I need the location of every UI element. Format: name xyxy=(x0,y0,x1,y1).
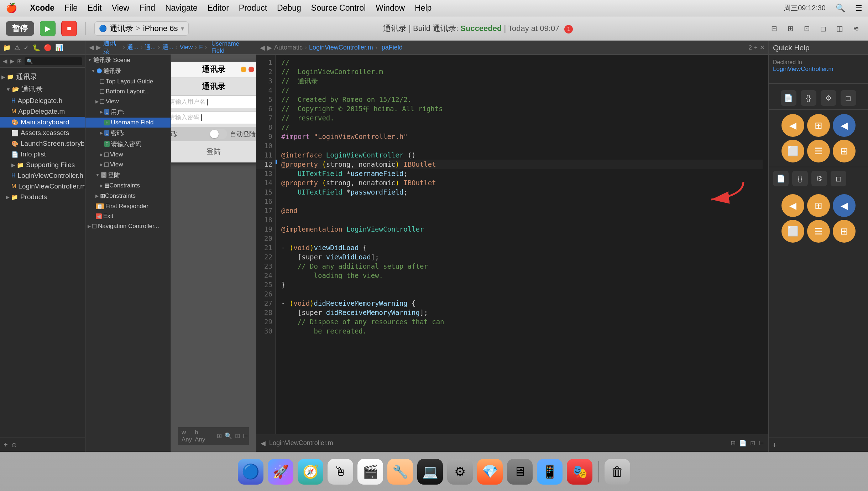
dock-app2[interactable]: 📱 xyxy=(537,459,563,485)
size-any1[interactable]: w Any xyxy=(182,429,192,443)
stop-button[interactable]: ■ xyxy=(61,21,77,36)
dock-safari[interactable]: 🧭 xyxy=(298,459,323,485)
notification-icon[interactable]: ☰ xyxy=(855,4,862,13)
breadcrumb-view[interactable]: View xyxy=(180,44,193,51)
editor-assistant[interactable]: ◫ xyxy=(833,22,846,35)
navigator-search-input[interactable]: 🔍 xyxy=(25,57,82,65)
dock-quicktime[interactable]: 🎬 xyxy=(357,459,383,485)
editor-version[interactable]: ≋ xyxy=(849,22,862,35)
code-add-editor-btn[interactable]: + xyxy=(754,44,758,51)
tree-item-main-storyboard[interactable]: 🎨 Main.storyboard xyxy=(0,117,85,128)
fit-icon[interactable]: ⊡ xyxy=(235,432,240,440)
dock-sysprefs[interactable]: ⚙ xyxy=(447,459,473,485)
code-text[interactable]: // // LoginViewController.m // 通讯录 // //… xyxy=(276,55,768,434)
ios-password-input[interactable]: 请输入密码 | xyxy=(171,111,256,124)
storyboard-back-btn[interactable]: ◀ xyxy=(89,43,94,51)
tree-item-appdelegate-m[interactable]: M AppDelegate.m xyxy=(0,106,85,117)
obj-item-3[interactable]: ◀ xyxy=(833,114,856,137)
tree-item-launch-storyboard[interactable]: 🎨 LaunchScreen.storyboard xyxy=(0,138,85,149)
dock-sketch[interactable]: 💎 xyxy=(477,459,503,485)
menu-edit[interactable]: Edit xyxy=(88,3,102,13)
obj-item-b4[interactable]: ⬜ xyxy=(781,220,804,243)
canvas-icon[interactable]: ⊞ xyxy=(731,439,736,447)
outline-user-label[interactable]: ▶ L 用户: xyxy=(85,107,171,118)
obj-item-b3[interactable]: ◀ xyxy=(833,194,856,217)
breadcrumb-username-field[interactable]: Username Field xyxy=(209,41,252,55)
menu-view[interactable]: View xyxy=(112,3,129,13)
obj-lib-2[interactable]: {} xyxy=(792,171,808,186)
size-adjust2-icon[interactable]: ⊢ xyxy=(759,439,764,447)
size-any2[interactable]: h Any xyxy=(195,429,205,443)
outline-top-layout[interactable]: ▶ Top Layout Guide xyxy=(85,77,171,87)
forward-icon[interactable]: ▶ xyxy=(10,58,14,64)
code-breadcrumb-file[interactable]: LoginViewController.m xyxy=(309,44,373,51)
breadcrumb-main[interactable]: 通... xyxy=(162,43,173,51)
apple-menu[interactable]: 🍎 xyxy=(6,2,17,14)
outline-password-field[interactable]: ▶ F 请输入密码 xyxy=(85,139,171,150)
outline-constraints2[interactable]: ▶ ⊞ Constraints xyxy=(85,191,171,201)
ios-username-input[interactable]: 请输入用户名 | xyxy=(171,95,256,108)
inspector-add-btn[interactable]: + xyxy=(772,440,777,450)
menu-window[interactable]: Window xyxy=(376,3,405,13)
zoom-icon[interactable]: 🔍 xyxy=(225,432,232,440)
attributes-inspector-btn[interactable]: ◻ xyxy=(841,90,856,106)
menu-editor[interactable]: Editor xyxy=(208,3,229,13)
obj-lib-1[interactable]: 📄 xyxy=(773,171,789,186)
dock-app3[interactable]: 🎭 xyxy=(567,459,592,485)
tree-item-infoplist[interactable]: 📄 Info.plist xyxy=(0,149,85,160)
obj-lib-4[interactable]: ◻ xyxy=(831,171,846,186)
obj-item-4[interactable]: ⬜ xyxy=(781,140,804,162)
menu-debug[interactable]: Debug xyxy=(277,3,301,13)
outline-denglu[interactable]: ▼ B 登陆 xyxy=(85,170,171,181)
scheme-selector[interactable]: 🔵 通讯录 > iPhone 6s ▾ xyxy=(94,21,189,36)
quick-help-btn[interactable]: {} xyxy=(801,90,816,106)
dock-finder[interactable]: 🔵 xyxy=(238,459,263,485)
outline-username-field[interactable]: ▶ F Username Field xyxy=(85,118,171,128)
outline-constraints1[interactable]: ▶ ⊞ Constraints xyxy=(85,181,171,191)
ios-toggle[interactable] xyxy=(209,129,227,139)
declared-in-value[interactable]: LoginViewController.m xyxy=(773,66,864,73)
dock-mouse[interactable]: 🖱 xyxy=(328,459,353,485)
menu-navigate[interactable]: Navigate xyxy=(165,3,198,13)
tree-item-group[interactable]: ▼ 📂 通讯录 xyxy=(0,83,85,95)
tree-item-appdelegate-h[interactable]: H AppDelegate.h xyxy=(0,95,85,106)
nav-icon-breakpoint[interactable]: 🔴 xyxy=(44,44,52,52)
menu-find[interactable]: Find xyxy=(139,3,155,13)
outline-view[interactable]: ▶ View xyxy=(85,97,171,107)
dock-tools[interactable]: 🔧 xyxy=(387,459,413,485)
spotlight-icon[interactable]: 🔍 xyxy=(836,4,845,13)
outline-exit[interactable]: ▶ ◀ Exit xyxy=(85,211,171,221)
file-inspector-btn[interactable]: 📄 xyxy=(781,90,796,106)
back-icon[interactable]: ◀ xyxy=(3,58,7,64)
menu-file[interactable]: File xyxy=(64,3,78,13)
debug-toggle[interactable]: ⊞ xyxy=(784,22,797,35)
tree-item-root[interactable]: ▶ 📁 通讯录 xyxy=(0,71,85,83)
code-close-editor-btn[interactable]: ✕ xyxy=(760,44,765,51)
outline-password-label[interactable]: ▶ L 密码: xyxy=(85,128,171,139)
outline-scene[interactable]: ▼ 通讯录 Scene xyxy=(85,55,171,66)
doc-icon[interactable]: 📄 xyxy=(739,439,747,447)
pause-button[interactable]: 暂停 xyxy=(6,21,34,36)
filter-button[interactable]: ⊙ xyxy=(11,441,17,449)
nav-icon-debug[interactable]: 🐛 xyxy=(32,44,40,52)
code-forward-btn[interactable]: ▶ xyxy=(267,44,272,52)
sort-icon[interactable]: ⊞ xyxy=(17,58,22,64)
code-breadcrumb-auto[interactable]: Automatic xyxy=(274,44,303,51)
identity-inspector-btn[interactable]: ⚙ xyxy=(821,90,836,106)
size-adjust-icon[interactable]: ⊡ xyxy=(750,439,755,447)
nav-icon-test[interactable]: ✓ xyxy=(23,44,29,52)
nav-icon-warning[interactable]: ⚠ xyxy=(14,44,20,52)
code-back-btn[interactable]: ◀ xyxy=(260,44,265,52)
obj-item-b1[interactable]: ◀ xyxy=(781,194,804,217)
dock-terminal[interactable]: 💻 xyxy=(417,459,443,485)
nav-icon-folder[interactable]: 📁 xyxy=(3,44,11,52)
outline-nav-controller[interactable]: ▶ Navigation Controller... xyxy=(85,221,171,231)
breadcrumb-folder2[interactable]: 通... xyxy=(145,43,156,51)
outline-view3[interactable]: ▶ View xyxy=(85,160,171,170)
menu-xcode[interactable]: Xcode xyxy=(30,3,54,13)
nav-icon-report[interactable]: 📊 xyxy=(55,44,63,52)
outline-first-responder[interactable]: ▶ 📋 First Responder xyxy=(85,201,171,211)
menu-help[interactable]: Help xyxy=(415,3,432,13)
outline-bottom-layout[interactable]: ▶ Bottom Layout... xyxy=(85,87,171,97)
outline-vc[interactable]: ▼ 通讯录 xyxy=(85,66,171,77)
